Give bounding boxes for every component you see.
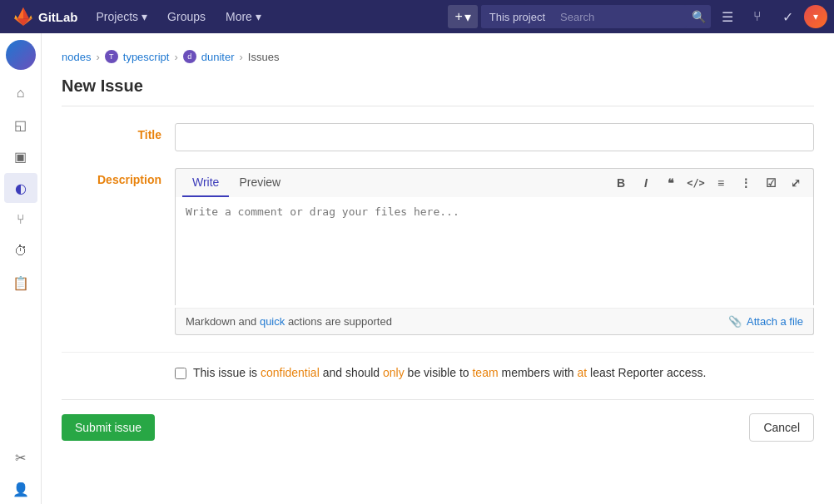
projects-menu[interactable]: Projects ▾ — [88, 0, 156, 33]
title-field-wrapper — [175, 123, 814, 151]
description-editor: Write Preview B I ❝ </> ≡ ⋮ ☑ ⤢ — [175, 168, 814, 335]
groups-menu[interactable]: Groups — [159, 0, 214, 33]
breadcrumb-sep-1: › — [96, 51, 99, 63]
title-label: Title — [62, 123, 161, 151]
breadcrumb-nodes[interactable]: nodes — [62, 51, 91, 63]
search-bar: This project 🔍 — [481, 5, 711, 28]
sidebar-item-home[interactable]: ⌂ — [4, 78, 37, 108]
title-row: Title — [62, 123, 814, 151]
editor-tabs: Write Preview — [182, 169, 290, 197]
form-actions: Submit issue Cancel — [62, 399, 814, 455]
breadcrumb-typescript[interactable]: typescript — [123, 51, 170, 63]
scissors-icon: ✂ — [15, 450, 26, 466]
new-issue-form: Title Description Write Preview B I — [62, 123, 814, 455]
navbar: GitLab Projects ▾ Groups More ▾ + ▾ This… — [0, 0, 834, 33]
confidential-checkbox[interactable] — [175, 368, 186, 379]
title-input[interactable] — [175, 123, 814, 151]
attach-file-button[interactable]: 📎 Attach a file — [728, 315, 803, 328]
left-sidebar: ⌂ ◱ ▣ ◐ ⑂ ⏱ 📋 ✂ 👤 — [0, 33, 42, 504]
editor-toolbar: Write Preview B I ❝ </> ≡ ⋮ ☑ ⤢ — [175, 168, 814, 197]
search-input[interactable] — [554, 5, 687, 28]
members-icon: 👤 — [12, 482, 29, 497]
merge-requests-icon: ⑂ — [17, 212, 25, 227]
breadcrumb-issues: Issues — [248, 51, 280, 63]
search-icon[interactable]: 🔍 — [687, 5, 711, 28]
snippets-icon: 📋 — [12, 275, 29, 291]
breadcrumb: nodes › T typescript › d duniter › Issue… — [62, 50, 814, 63]
main-content: nodes › T typescript › d duniter › Issue… — [42, 33, 834, 504]
sidebar-item-clock[interactable]: ⏱ — [4, 236, 37, 266]
clock-icon: ⏱ — [14, 244, 27, 259]
sidebar-item-snippets[interactable]: 📋 — [4, 268, 37, 298]
breadcrumb-sep-3: › — [240, 51, 243, 63]
sidebar-item-activity[interactable]: ◱ — [4, 110, 37, 140]
bold-button[interactable]: B — [610, 172, 632, 194]
write-tab[interactable]: Write — [182, 169, 229, 197]
sidebar-toggle-icon[interactable]: ☰ — [714, 3, 741, 30]
board-icon: ▣ — [14, 149, 27, 165]
page-title: New Issue — [62, 77, 814, 106]
search-scope-button[interactable]: This project — [481, 5, 554, 28]
description-row: Description Write Preview B I ❝ </> ≡ ⋮ — [62, 168, 814, 335]
sidebar-item-members[interactable]: 👤 — [4, 474, 37, 504]
quick-actions-link[interactable]: quick — [260, 315, 285, 328]
typescript-icon: T — [105, 50, 118, 63]
attach-icon: 📎 — [728, 315, 742, 328]
italic-button[interactable]: I — [635, 172, 657, 194]
sidebar-item-board[interactable]: ▣ — [4, 141, 37, 171]
breadcrumb-sep-2: › — [174, 51, 177, 63]
confidential-section: This issue is confidential and should on… — [62, 352, 814, 393]
issues-icon: ◐ — [15, 180, 27, 196]
editor-footer: Markdown and quick actions are supported… — [175, 308, 814, 335]
breadcrumb-duniter[interactable]: duniter — [201, 51, 235, 63]
new-item-button[interactable]: + ▾ — [448, 5, 477, 28]
sidebar-item-scissors[interactable]: ✂ — [4, 442, 37, 472]
task-list-button[interactable]: ☑ — [760, 172, 782, 194]
editor-actions: B I ❝ </> ≡ ⋮ ☑ ⤢ — [610, 172, 807, 194]
user-avatar[interactable]: ▾ — [804, 5, 827, 28]
code-button[interactable]: </> — [685, 172, 707, 194]
activity-icon: ◱ — [14, 117, 27, 133]
description-textarea[interactable] — [175, 197, 814, 305]
project-avatar[interactable] — [6, 40, 36, 70]
brand-name: GitLab — [38, 10, 78, 24]
sidebar-item-merge-requests[interactable]: ⑂ — [4, 205, 37, 235]
unordered-list-button[interactable]: ≡ — [710, 172, 732, 194]
more-menu[interactable]: More ▾ — [217, 0, 270, 33]
preview-tab[interactable]: Preview — [229, 169, 290, 197]
fullscreen-button[interactable]: ⤢ — [785, 172, 807, 194]
description-label: Description — [62, 168, 161, 335]
merge-requests-icon[interactable]: ⑂ — [744, 3, 771, 30]
duniter-icon: d — [183, 50, 196, 63]
sidebar-item-issues[interactable]: ◐ — [4, 173, 37, 203]
home-icon: ⌂ — [17, 86, 25, 101]
confidential-label[interactable]: This issue is confidential and should on… — [193, 366, 706, 379]
cancel-button[interactable]: Cancel — [749, 413, 814, 442]
submit-button[interactable]: Submit issue — [62, 414, 155, 441]
ordered-list-button[interactable]: ⋮ — [735, 172, 757, 194]
brand-logo[interactable]: GitLab — [7, 7, 85, 27]
quote-button[interactable]: ❝ — [660, 172, 682, 194]
markdown-support-text: Markdown and quick actions are supported — [186, 315, 392, 328]
issues-icon[interactable]: ✓ — [774, 3, 801, 30]
